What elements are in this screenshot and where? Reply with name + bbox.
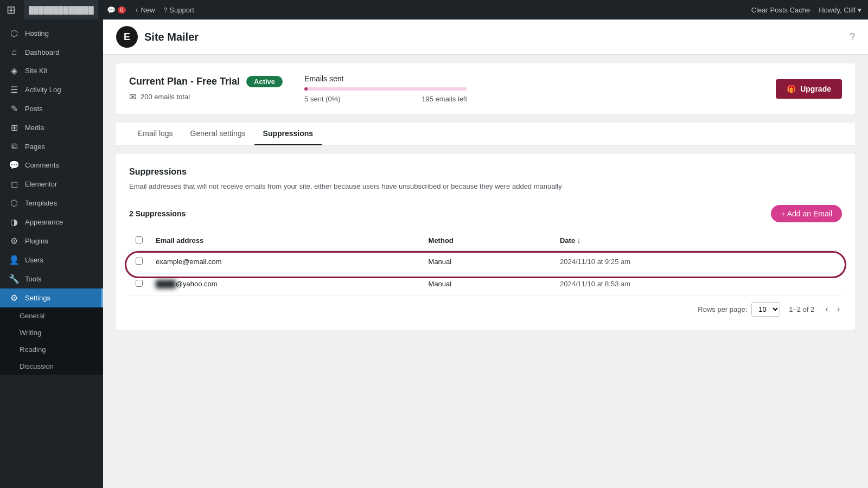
page-header: E Site Mailer ?: [103, 20, 868, 55]
sidebar-item-hosting[interactable]: ⬡ Hosting: [0, 24, 103, 43]
sidebar-item-general[interactable]: General: [0, 307, 103, 324]
sidebar-item-appearance[interactable]: ◑ Appearance: [0, 213, 103, 232]
table-wrapper: Email address Method Date ↓: [129, 231, 842, 296]
support-link[interactable]: ? Support: [164, 6, 194, 14]
plan-info: Current Plan - Free Trial Active ✉ 200 e…: [129, 76, 283, 102]
sidebar-item-pages[interactable]: ⧉ Pages: [0, 137, 103, 156]
sidebar-item-discussion[interactable]: Discussion: [0, 358, 103, 375]
row2-email-blurred: ████: [156, 280, 176, 288]
sidebar-item-posts[interactable]: ✎ Posts: [0, 99, 103, 118]
table-body: example@email.com Manual 2024/11/10 at 9…: [129, 251, 842, 295]
page-header-left: E Site Mailer: [116, 26, 199, 48]
sidebar-label-activitylog: Activity Log: [25, 86, 61, 94]
comments-count: 0: [118, 7, 126, 14]
comments-link[interactable]: 💬 0: [107, 6, 126, 14]
sent-text: 5 sent (0%): [304, 95, 340, 103]
upgrade-button[interactable]: 🎁 Upgrade: [776, 79, 842, 99]
upgrade-icon: 🎁: [787, 85, 796, 93]
upgrade-label: Upgrade: [800, 85, 831, 93]
content-area: E Site Mailer ? Current Plan - Free Tria…: [103, 20, 868, 488]
main-layout: ⬡ Hosting ⌂ Dashboard ◈ Site Kit ☰ Activ…: [0, 20, 868, 488]
suppressions-section-title: Suppressions: [129, 167, 842, 177]
next-page-button[interactable]: ›: [835, 302, 842, 316]
th-method: Method: [422, 231, 553, 251]
sidebar-item-comments[interactable]: 💬 Comments: [0, 156, 103, 175]
th-email: Email address: [149, 231, 422, 251]
pagination: ‹ ›: [823, 302, 842, 316]
elementor-icon: ◻: [9, 179, 20, 189]
tab-suppressions[interactable]: Suppressions: [254, 123, 322, 145]
clear-cache-button[interactable]: Clear Posts Cache: [751, 6, 810, 14]
howdy-menu[interactable]: Howdy, Cliff ▾: [819, 6, 861, 14]
select-all-checkbox[interactable]: [136, 236, 143, 243]
row2-checkbox[interactable]: [136, 280, 143, 287]
tab-general-settings[interactable]: General settings: [182, 123, 254, 145]
sidebar-item-templates[interactable]: ⬡ Templates: [0, 194, 103, 213]
sidebar-label-general: General: [20, 312, 44, 320]
plan-name: Current Plan - Free Trial: [129, 76, 240, 87]
row2-email: ████@yahoo.com: [149, 273, 422, 295]
templates-icon: ⬡: [9, 198, 20, 208]
suppressions-content: Suppressions Email addresses that will n…: [116, 154, 855, 330]
site-mailer-icon: E: [116, 26, 138, 48]
tabs-container: Email logs General settings Suppressions: [116, 123, 855, 145]
suppressions-header: 2 Suppressions + Add an Email: [129, 205, 842, 222]
new-button[interactable]: + New: [135, 6, 155, 14]
sidebar-item-activitylog[interactable]: ☰ Activity Log: [0, 80, 103, 99]
sidebar-item-tools[interactable]: 🔧 Tools: [0, 269, 103, 288]
users-icon: 👤: [9, 255, 20, 265]
sidebar-label-discussion: Discussion: [20, 362, 54, 370]
sidebar-label-elementor: Elementor: [25, 180, 57, 188]
sidebar-label-dashboard: Dashboard: [25, 48, 60, 56]
suppressions-table: Email address Method Date ↓: [129, 231, 842, 296]
appearance-icon: ◑: [9, 217, 20, 227]
sidebar-item-sitekit[interactable]: ◈ Site Kit: [0, 61, 103, 80]
help-icon[interactable]: ?: [850, 31, 855, 43]
comments-icon: 💬: [9, 160, 20, 170]
tab-email-logs[interactable]: Email logs: [129, 123, 182, 145]
sidebar-item-settings[interactable]: ⚙ Settings: [0, 288, 103, 307]
sidebar-label-sitekit: Site Kit: [25, 67, 47, 75]
sidebar-label-comments: Comments: [25, 161, 59, 169]
rows-per-page: Rows per page: 10: [698, 302, 780, 317]
admin-bar: ⊞ █████████████ 💬 0 + New ? Support Clea…: [0, 0, 868, 20]
sidebar-item-reading[interactable]: Reading: [0, 341, 103, 358]
th-date: Date ↓: [553, 231, 842, 251]
progress-labels: 5 sent (0%) 195 emails left: [304, 95, 467, 103]
wp-logo-icon[interactable]: ⊞: [7, 3, 16, 16]
rows-per-page-select[interactable]: 10: [751, 302, 780, 317]
row1-email: example@email.com: [149, 251, 422, 273]
add-email-button[interactable]: + Add an Email: [771, 205, 842, 222]
admin-bar-site[interactable]: █████████████: [24, 0, 98, 20]
progress-bar-fill: [304, 87, 308, 91]
suppressions-count: 2 Suppressions: [129, 209, 186, 218]
admin-bar-right: Clear Posts Cache Howdy, Cliff ▾: [751, 6, 861, 14]
prev-page-button[interactable]: ‹: [823, 302, 830, 316]
admin-bar-left: ⊞ █████████████ 💬 0 + New ? Support: [7, 0, 743, 20]
icon-letter: E: [124, 31, 130, 43]
sidebar-item-plugins[interactable]: ⚙ Plugins: [0, 232, 103, 251]
sidebar-label-media: Media: [25, 124, 44, 132]
settings-icon: ⚙: [9, 293, 20, 303]
sidebar-label-plugins: Plugins: [25, 237, 48, 245]
sidebar-item-media[interactable]: ⊞ Media: [0, 118, 103, 137]
sidebar-label-users: Users: [25, 256, 43, 264]
row1-checkbox[interactable]: [136, 258, 143, 265]
activitylog-icon: ☰: [9, 85, 20, 95]
sidebar-item-users[interactable]: 👤 Users: [0, 251, 103, 269]
plugins-icon: ⚙: [9, 236, 20, 246]
envelope-icon: ✉: [129, 92, 136, 102]
sidebar-item-elementor[interactable]: ◻ Elementor: [0, 175, 103, 194]
table-header: Email address Method Date ↓: [129, 231, 842, 251]
media-icon: ⊞: [9, 123, 20, 133]
row2-checkbox-cell: [129, 273, 149, 295]
sidebar-label-hosting: Hosting: [25, 29, 49, 37]
sidebar-item-dashboard[interactable]: ⌂ Dashboard: [0, 43, 103, 61]
sidebar-item-writing[interactable]: Writing: [0, 324, 103, 341]
th-checkbox: [129, 231, 149, 251]
plan-card: Current Plan - Free Trial Active ✉ 200 e…: [116, 63, 855, 114]
left-text: 195 emails left: [422, 95, 467, 103]
emails-total-label: 200 emails total: [141, 93, 190, 101]
emails-sent-label: Emails sent: [304, 74, 754, 83]
sidebar-label-pages: Pages: [25, 143, 45, 151]
